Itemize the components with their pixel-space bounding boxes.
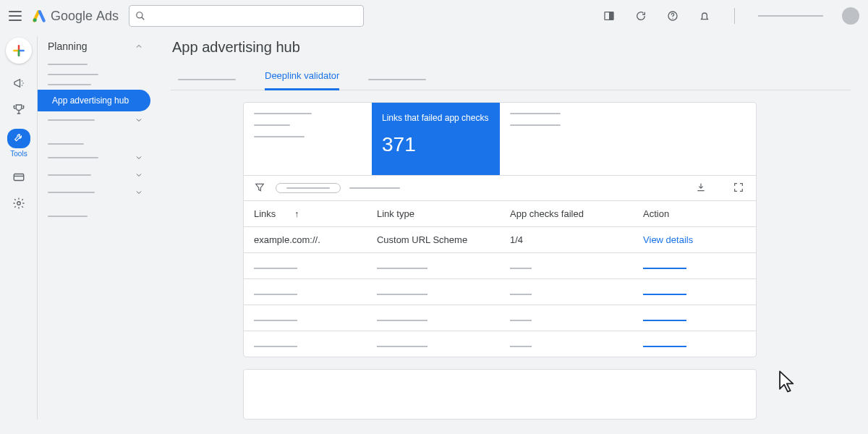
tab-placeholder[interactable] — [178, 64, 236, 90]
scorecard[interactable] — [244, 103, 372, 175]
create-button[interactable] — [6, 38, 32, 64]
divider — [734, 8, 735, 24]
side-panel: Planning App advertising hub — [38, 32, 153, 434]
refresh-icon[interactable] — [634, 9, 647, 22]
rail-admin[interactable] — [6, 197, 32, 210]
help-icon[interactable] — [666, 9, 679, 22]
search-input[interactable] — [129, 5, 364, 27]
col-link-type[interactable]: Link type — [367, 201, 500, 227]
table-row[interactable] — [244, 253, 756, 279]
top-bar: Google Ads — [0, 0, 868, 32]
top-actions — [603, 7, 859, 25]
fullscreen-icon[interactable] — [733, 182, 746, 195]
rail-goals[interactable] — [6, 103, 32, 116]
filter-placeholder — [349, 187, 400, 189]
chevron-down-icon — [135, 116, 143, 124]
notifications-icon[interactable] — [698, 9, 711, 22]
scorecards: Links that failed app checks 371 — [244, 103, 756, 175]
sidebar-item-app-hub[interactable]: App advertising hub — [38, 90, 150, 111]
sidebar-item[interactable] — [38, 166, 153, 184]
cell-checks: 1/4 — [500, 227, 633, 253]
svg-point-16 — [17, 202, 21, 205]
results-table: Links ↑ Link type App checks failed Acti… — [244, 200, 756, 357]
filter-bar — [244, 175, 756, 200]
scorecard[interactable] — [628, 103, 756, 175]
product-logo[interactable]: Google Ads — [32, 9, 119, 24]
rail-label: Tools — [10, 150, 27, 158]
card-icon — [12, 171, 25, 184]
col-links[interactable]: Links ↑ — [244, 201, 367, 227]
sidebar-item[interactable] — [38, 211, 153, 221]
svg-point-11 — [22, 80, 23, 82]
table-row[interactable]: example.com://. Custom URL Scheme 1/4 Vi… — [244, 227, 756, 253]
tab-deeplink-validator[interactable]: Deeplink validator — [265, 63, 339, 90]
sidebar-item[interactable] — [38, 69, 153, 80]
plus-icon — [12, 43, 26, 58]
action-placeholder[interactable] — [643, 268, 686, 269]
view-details-link[interactable]: View details — [643, 234, 693, 245]
header-label: Links — [254, 208, 276, 219]
chevron-down-icon — [135, 171, 143, 179]
left-rail: Tools — [0, 32, 38, 434]
sidebar-item-label: App advertising hub — [52, 95, 129, 106]
svg-point-6 — [672, 18, 673, 19]
svg-rect-14 — [14, 174, 24, 181]
svg-point-1 — [137, 12, 142, 18]
megaphone-icon — [12, 77, 25, 90]
sidebar-item[interactable] — [38, 111, 153, 129]
table-header-row: Links ↑ Link type App checks failed Acti… — [244, 201, 756, 227]
tab-label: Deeplink validator — [265, 70, 339, 81]
chevron-down-icon — [135, 188, 143, 197]
brand-text: Google Ads — [51, 9, 119, 24]
rail-tools[interactable]: Tools — [6, 129, 32, 158]
scorecard-failed[interactable]: Links that failed app checks 371 — [372, 103, 500, 175]
table-row[interactable] — [244, 331, 756, 357]
account-placeholder[interactable] — [758, 15, 823, 17]
action-placeholder[interactable] — [643, 320, 686, 321]
menu-icon[interactable] — [9, 11, 22, 21]
svg-line-2 — [142, 17, 145, 20]
appearance-icon[interactable] — [603, 9, 616, 22]
avatar[interactable] — [842, 7, 859, 25]
cell-link: example.com://. — [244, 227, 367, 253]
cell-link-type: Custom URL Scheme — [367, 227, 500, 253]
sort-asc-icon: ↑ — [294, 208, 299, 219]
chevron-down-icon — [135, 153, 143, 162]
scorecard-label: Links that failed app checks — [382, 113, 490, 123]
svg-rect-4 — [609, 12, 613, 20]
svg-point-12 — [22, 82, 24, 84]
filter-icon[interactable] — [254, 182, 267, 195]
tabs: Deeplink validator — [171, 63, 851, 90]
sidebar-item[interactable] — [38, 149, 153, 166]
tools-icon — [13, 132, 25, 143]
svg-point-13 — [22, 85, 23, 86]
action-placeholder[interactable] — [643, 294, 686, 295]
page-title: App advertising hub — [172, 39, 851, 56]
download-icon[interactable] — [695, 182, 708, 195]
sidebar-item[interactable] — [38, 80, 153, 90]
rail-billing[interactable] — [6, 171, 32, 184]
side-panel-header[interactable]: Planning — [38, 36, 153, 59]
action-placeholder[interactable] — [643, 346, 686, 347]
col-action[interactable]: Action — [633, 201, 756, 227]
filter-chip[interactable] — [276, 183, 341, 193]
scorecard[interactable] — [500, 103, 628, 175]
rail-campaigns[interactable] — [6, 77, 32, 90]
sidebar-item[interactable] — [38, 59, 153, 69]
sidebar-item[interactable] — [38, 139, 153, 149]
cell-action: View details — [633, 227, 756, 253]
side-panel-title: Planning — [48, 41, 88, 52]
table-row[interactable] — [244, 305, 756, 331]
trophy-icon — [12, 103, 25, 116]
secondary-card — [243, 369, 757, 420]
tab-placeholder[interactable] — [368, 64, 426, 90]
cursor-icon — [777, 370, 799, 396]
sidebar-item[interactable] — [38, 184, 153, 201]
validator-card: Links that failed app checks 371 — [243, 102, 757, 357]
ads-logo-icon — [32, 9, 46, 23]
table-row[interactable] — [244, 279, 756, 305]
search-icon — [135, 11, 145, 21]
gear-icon — [12, 197, 25, 210]
col-checks[interactable]: App checks failed — [500, 201, 633, 227]
svg-point-0 — [33, 18, 37, 22]
